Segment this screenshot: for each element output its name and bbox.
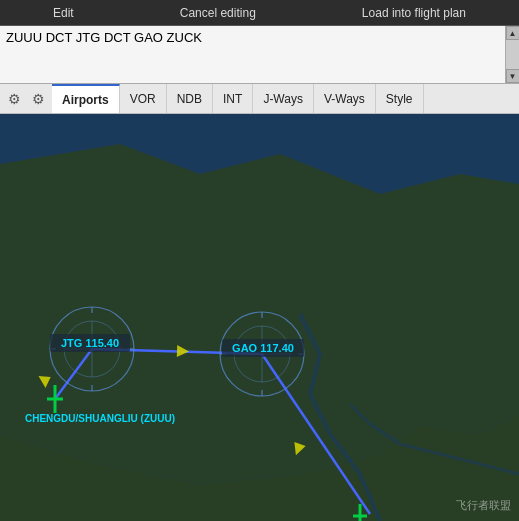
scroll-down-arrow[interactable]: ▼ (506, 69, 520, 83)
route-input-area: ZUUU DCT JTG DCT GAO ZUCK ▲ ▼ (0, 26, 519, 84)
svg-text:GAO 117.40: GAO 117.40 (232, 342, 294, 354)
load-flight-plan-button[interactable]: Load into flight plan (352, 4, 476, 22)
edit-button[interactable]: Edit (43, 4, 84, 22)
settings-icon-2[interactable]: ⚙ (28, 89, 48, 109)
watermark-line1: 飞行者联盟 (456, 498, 511, 513)
tab-vor[interactable]: VOR (120, 84, 167, 113)
settings-icon-1[interactable]: ⚙ (4, 89, 24, 109)
scrollbar-vertical[interactable]: ▲ ▼ (505, 26, 519, 83)
tab-airports[interactable]: Airports (52, 84, 120, 113)
map-svg: JTG 115.40 GAO 117.40 CHENGDU/SHUANGLIU … (0, 114, 519, 521)
tab-style[interactable]: Style (376, 84, 424, 113)
tab-vways[interactable]: V-Ways (314, 84, 376, 113)
tab-ndb[interactable]: NDB (167, 84, 213, 113)
route-textarea[interactable]: ZUUU DCT JTG DCT GAO ZUCK (0, 26, 519, 83)
watermark: 飞行者联盟 (456, 498, 511, 513)
tab-int[interactable]: INT (213, 84, 253, 113)
toolbar: Edit Cancel editing Load into flight pla… (0, 0, 519, 26)
map-area[interactable]: JTG 115.40 GAO 117.40 CHENGDU/SHUANGLIU … (0, 114, 519, 521)
cancel-editing-button[interactable]: Cancel editing (170, 4, 266, 22)
tab-jways[interactable]: J-Ways (253, 84, 314, 113)
nav-tab-bar: ⚙ ⚙ Airports VOR NDB INT J-Ways V-Ways S… (0, 84, 519, 114)
scroll-up-arrow[interactable]: ▲ (506, 26, 520, 40)
svg-text:JTG 115.40: JTG 115.40 (61, 337, 119, 349)
svg-text:CHENGDU/SHUANGLIU (ZUUU): CHENGDU/SHUANGLIU (ZUUU) (25, 413, 175, 424)
